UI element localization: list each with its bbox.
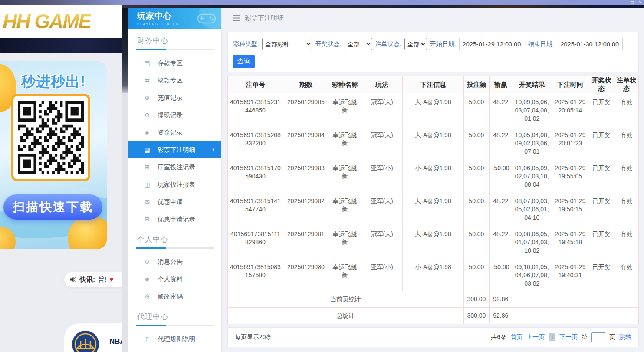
draw-status-select[interactable]: 全部 [345, 38, 372, 50]
cell-bet-info: 大-A盘@1.98 [403, 126, 463, 159]
sidebar-header: 玩家中心 PLAYERS CENTER [128, 8, 221, 29]
next-page-link[interactable]: 下一页 [559, 333, 578, 341]
site-logo[interactable]: HH GAME [3, 10, 91, 33]
cell-draw-status: 已开奖 [588, 159, 614, 192]
cell-period: 20250129081 [283, 225, 329, 258]
sidebar-item[interactable]: ▥代理团队统计 [128, 348, 221, 352]
sidebar-item[interactable]: ⇄取款专区 [128, 72, 221, 89]
start-date-input[interactable] [459, 38, 525, 50]
cell-win-loss: 48.22 [490, 192, 512, 225]
sidebar-item[interactable]: ⊖提现记录 [128, 106, 221, 124]
cell-lottery: 幸运飞艇新 [329, 225, 361, 258]
site-header: HH GAME [0, 5, 122, 38]
promo-headline: 秒进秒出! [0, 72, 107, 92]
sidebar-item[interactable]: ⊞厅室投注记录 [128, 158, 221, 176]
cell-bet-time: 2025-01-29 19:45:18 [552, 225, 588, 258]
cell-bet-info: 大-A盘@1.98 [403, 93, 463, 126]
sidebar-item[interactable]: ⊕充值记录 [128, 89, 221, 106]
cell-draw-status: 已开奖 [588, 93, 614, 126]
cell-play: 亚军(大) [361, 192, 403, 225]
promo-apply-record-icon: ⊟ [143, 216, 151, 223]
sidebar-item-label: 资金记录 [158, 128, 183, 137]
cell-draw-status: 已开奖 [588, 225, 614, 258]
recharge-record-icon: ⊕ [143, 94, 151, 101]
column-header: 开奖结果 [512, 76, 552, 93]
summary-label: 总统计 [228, 308, 464, 324]
site-body: 秒进秒出! 扫描快速下载 快讯: 旨! ♥ [0, 53, 122, 352]
order-status-select[interactable]: 全部 [404, 38, 427, 50]
sidebar-item-label: 充值记录 [158, 94, 183, 102]
table-row: 40156917381517059043020250129083幸运飞艇新亚军(… [228, 159, 639, 192]
maximize-icon[interactable]: □ [631, 0, 634, 5]
team-logo [72, 331, 99, 352]
cell-amount: 50.00 [463, 93, 490, 126]
first-page-link[interactable]: 首页 [510, 333, 522, 341]
cell-lottery: 幸运飞艇新 [329, 192, 361, 225]
lottery-type-label: 彩种类型: [233, 40, 259, 48]
prev-page-link[interactable]: 上一页 [526, 333, 545, 341]
table-row: 40156917381508315758020250129080幸运飞艇新亚军(… [228, 258, 639, 291]
lottery-type-select[interactable]: 全部彩种 [262, 38, 312, 50]
player-center-modal: 玩家中心 PLAYERS CENTER 财务中心▤存款专区⇄取款专区⊕充值记录⊖… [128, 8, 644, 352]
download-button[interactable]: 扫描快速下载 [3, 194, 102, 220]
start-date-label: 开始日期: [430, 40, 456, 48]
sidebar-item[interactable]: ▯代理规则说明 [128, 330, 221, 348]
column-header: 彩种名称 [329, 76, 361, 93]
end-date-input[interactable] [557, 38, 623, 50]
column-header: 开奖状态 [588, 76, 614, 93]
current-page-indicator[interactable]: 1 [549, 333, 555, 341]
profile-icon: ☻ [143, 276, 151, 283]
draw-status-label: 开奖状态: [315, 40, 342, 48]
news-ticker: 快讯: 旨! ♥ [64, 272, 122, 287]
jump-page-input[interactable] [591, 332, 605, 342]
ticker-label: 快讯: [80, 276, 95, 284]
summary-empty [512, 308, 639, 324]
bets-table: 注单号期数彩种名称玩法下注信息投注额输赢开奖结果下注时间开奖状态注单状态 401… [227, 76, 639, 324]
cell-bet-id: 401569173815111829860 [228, 225, 283, 258]
sidebar-item[interactable]: ⊟优惠申请记录 [128, 211, 221, 228]
cell-draw-status: 已开奖 [588, 126, 614, 159]
lottery-bet-detail-icon: ▦ [143, 146, 151, 153]
filter-panel: 彩种类型: 全部彩种 开奖状态: 全部 注单状态: 全部 开始日期: 结束日期: [227, 32, 639, 72]
sidebar-item[interactable]: ⚙修改密码 [128, 288, 221, 305]
table-row: 40156917381514154774020250129082幸运飞艇新亚军(… [228, 192, 639, 225]
cell-lottery: 幸运飞艇新 [329, 258, 361, 291]
sidebar-item[interactable]: ▤存款专区 [128, 54, 221, 72]
content-topbar: 彩票下注明细 [221, 8, 644, 27]
cell-bet-info: 小-A盘@1.98 [403, 159, 463, 192]
bell-icon: ⊙ [143, 258, 151, 265]
sidebar-item[interactable]: ▦彩票下注明细› [128, 141, 221, 158]
sidebar-item[interactable]: ⊙消息公告 [128, 253, 221, 270]
cell-bet-info: 大-A盘@1.98 [403, 225, 463, 258]
cell-period: 20250129080 [283, 258, 329, 291]
cell-bet-id: 401569173815231446850 [228, 93, 283, 126]
cell-draw-status: 已开奖 [588, 192, 614, 225]
cell-win-loss: 48.22 [490, 93, 512, 126]
query-button[interactable]: 查询 [233, 55, 255, 68]
sidebar-item[interactable]: ☻个人资料 [128, 270, 221, 288]
funds-record-icon: ◈ [143, 129, 151, 136]
sidebar-item[interactable]: ✉优惠申请 [128, 193, 221, 211]
close-icon[interactable]: × [639, 0, 641, 5]
withdraw-icon: ⇄ [143, 77, 151, 84]
cell-result: 10,09,05,06,03,07,04,08,01,02 [512, 93, 552, 126]
sidebar-item[interactable]: ◈资金记录 [128, 124, 221, 141]
sidebar-item-label: 玩家投注报表 [158, 181, 195, 189]
table-header-row: 注单号期数彩种名称玩法下注信息投注额输赢开奖结果下注时间开奖状态注单状态 [228, 76, 639, 93]
sidebar-item[interactable]: ◫玩家投注报表 [128, 176, 221, 193]
section-heading: 代理中心 [128, 305, 221, 325]
column-header: 玩法 [361, 76, 403, 93]
cell-order-status: 有效 [614, 258, 639, 291]
cell-period: 20250129084 [283, 126, 329, 159]
cell-bet-time: 2025-01-29 19:40:31 [552, 258, 588, 291]
hamburger-icon[interactable] [233, 15, 240, 21]
jump-button[interactable]: 跳转 [619, 333, 631, 341]
cell-play: 亚军(小) [361, 258, 403, 291]
sidebar-menu: 财务中心▤存款专区⇄取款专区⊕充值记录⊖提现记录◈资金记录▦彩票下注明细›⊞厅室… [128, 29, 221, 352]
team-name: NBA [109, 337, 122, 346]
cell-bet-time: 2025-01-29 20:05:14 [552, 93, 588, 126]
summary-empty [512, 291, 639, 308]
cell-bet-info: 小-A盘@1.98 [403, 258, 463, 291]
cell-play: 冠军(大) [361, 93, 403, 126]
summary-amount: 300.00 [463, 308, 490, 324]
